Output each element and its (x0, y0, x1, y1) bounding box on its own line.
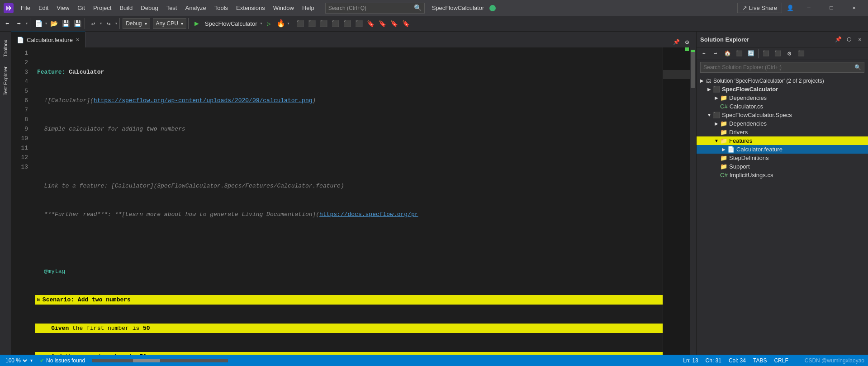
deps1-arrow[interactable]: ▶ (713, 95, 720, 100)
run-button[interactable]: ▶ (191, 18, 202, 29)
se-properties-button[interactable]: ⬛ (796, 48, 806, 59)
se-forward-button[interactable]: ➡ (710, 48, 721, 59)
menu-edit[interactable]: Edit (35, 3, 52, 13)
menu-view[interactable]: View (53, 3, 73, 13)
tab-close-button[interactable]: ✕ (76, 37, 80, 43)
new-dropdown[interactable]: ▾ (45, 21, 47, 26)
toolbox-tab[interactable]: Toolbox (2, 36, 9, 61)
feature-file-arrow[interactable]: ▶ (720, 147, 727, 152)
features-arrow[interactable]: ▼ (713, 138, 720, 143)
breakpoint-button[interactable]: ⬛ (295, 18, 306, 29)
project1-calculator-cs[interactable]: ▶ C# Calculator.cs (697, 102, 868, 111)
tb15[interactable]: 🔖 (401, 18, 412, 29)
tb9[interactable]: ⬛ (330, 18, 341, 29)
menu-extensions[interactable]: Extensions (232, 3, 269, 13)
close-button[interactable]: ✕ (844, 0, 864, 16)
no-issues-item[interactable]: ✔ No issues found (40, 357, 85, 364)
redo-dropdown[interactable]: ▾ (115, 21, 118, 26)
menu-help[interactable]: Help (299, 3, 318, 13)
project1-deps[interactable]: ▶ 📁 Dependencies (697, 94, 868, 102)
menu-test[interactable]: Test (163, 3, 181, 13)
se-back-button[interactable]: ⬅ (698, 48, 709, 59)
hot-reload-dropdown[interactable]: ▾ (287, 21, 290, 26)
config-dropdown[interactable]: Debug ▾ (123, 18, 150, 29)
project2-deps[interactable]: ▶ 📁 Dependencies (697, 119, 868, 128)
undo-dropdown[interactable]: ▾ (100, 21, 102, 26)
title-search-box[interactable]: Search (Ctrl+Q) 🔍 (325, 3, 425, 14)
tb10[interactable]: ⬛ (342, 18, 353, 29)
se-close-button[interactable]: ✕ (855, 35, 864, 44)
zoom-item[interactable]: 100 % ▾ (4, 357, 33, 364)
menu-debug[interactable]: Debug (137, 3, 161, 13)
tab-settings-icon[interactable]: ⚙ (682, 37, 693, 47)
solution-node[interactable]: ▶ 🗂 Solution 'SpecFlowCalculator' (2 of … (697, 76, 868, 85)
run-without-debug-button[interactable]: ▷ (264, 18, 275, 29)
save-button[interactable]: 💾 (60, 18, 71, 29)
se-view-button[interactable]: ⬛ (772, 48, 783, 59)
open-button[interactable]: 📂 (48, 18, 59, 29)
test-explorer-tab[interactable]: Test Explorer (2, 63, 9, 99)
tb8[interactable]: ⬛ (318, 18, 329, 29)
tb13[interactable]: 🔖 (377, 18, 388, 29)
se-pin-button[interactable]: 📌 (834, 35, 843, 44)
tb14[interactable]: 🔖 (389, 18, 400, 29)
project2-stepdefs[interactable]: ▶ 📁 StepDefinitions (697, 154, 868, 162)
new-file-button[interactable]: 📄 (33, 18, 44, 29)
scroll-indicator-bar[interactable] (92, 359, 228, 362)
attribution-label: CSDN @wumingxiaoyao (805, 357, 864, 364)
restore-button[interactable]: □ (821, 0, 842, 16)
vs-logo (4, 3, 14, 13)
tb7[interactable]: ⬛ (307, 18, 318, 29)
forward-button[interactable]: ➡ (14, 18, 24, 29)
tab-pin-icon[interactable]: 📌 (671, 37, 682, 47)
project2-drivers[interactable]: ▶ 📁 Drivers (697, 128, 868, 136)
solution-expand-arrow[interactable]: ▶ (698, 78, 706, 83)
solution-explorer: Solution Explorer 📌 ⬡ ✕ ⬅ ➡ 🏠 ⬛ 🔄 ⬛ ⬛ ⚙ … (696, 32, 868, 355)
status-bar: 100 % ▾ ✔ No issues found Ln: 13 Ch: 31 … (0, 355, 868, 366)
menu-tools[interactable]: Tools (211, 3, 232, 13)
zoom-dropdown-arrow[interactable]: ▾ (30, 358, 33, 363)
back-button[interactable]: ⬅ (2, 18, 13, 29)
scroll-thumb[interactable] (691, 52, 695, 88)
bookmark-button[interactable]: 🔖 (365, 18, 376, 29)
undo-button[interactable]: ↩ (88, 18, 99, 29)
menu-window[interactable]: Window (270, 3, 298, 13)
calculator-feature-node[interactable]: ▶ 📄 Calculator.feature (697, 145, 868, 154)
project2-label: SpecFlowCalculator.Specs (722, 112, 792, 118)
se-filter-button[interactable]: ⬛ (734, 48, 745, 59)
save-all-button[interactable]: 💾 (72, 18, 83, 29)
se-search-input[interactable] (703, 64, 854, 70)
redo-button[interactable]: ↪ (103, 18, 114, 29)
project2-implicit[interactable]: ▶ C# ImplicitUsings.cs (697, 171, 868, 179)
project1-arrow[interactable]: ▶ (706, 87, 713, 92)
hot-reload-button[interactable]: 🔥 (275, 18, 286, 29)
live-share-button[interactable]: ↗ Live Share (737, 3, 782, 13)
project2-arrow[interactable]: ▼ (706, 113, 713, 117)
calculator-feature-tab[interactable]: 📄 Calculator.feature ✕ (11, 32, 85, 47)
platform-dropdown[interactable]: Any CPU ▾ (153, 18, 186, 29)
project2-support[interactable]: ▶ 📁 Support (697, 162, 868, 171)
tb11[interactable]: ⬛ (354, 18, 365, 29)
project2-features[interactable]: ▼ 📁 Features (697, 136, 868, 145)
menu-build[interactable]: Build (116, 3, 136, 13)
user-icon[interactable]: 👤 (784, 5, 797, 12)
deps2-arrow[interactable]: ▶ (713, 121, 720, 126)
project1-node[interactable]: ▶ ⬛ SpecFlowCalculator (697, 85, 868, 94)
minimize-button[interactable]: ─ (798, 0, 819, 16)
se-settings-button[interactable]: ⚙ (784, 48, 795, 59)
menu-git[interactable]: Git (74, 3, 89, 13)
vertical-scrollbar[interactable] (690, 47, 696, 355)
se-refresh-button[interactable]: 🔄 (745, 48, 756, 59)
menu-project[interactable]: Project (90, 3, 115, 13)
code-editor[interactable]: Feature: Calculator ![Calculator](https:… (32, 47, 663, 355)
se-search-box[interactable]: 🔍 (700, 62, 864, 73)
se-dock-button[interactable]: ⬡ (844, 35, 854, 44)
menu-file[interactable]: File (17, 3, 34, 13)
back-arrow[interactable]: ▾ (25, 21, 28, 26)
project2-node[interactable]: ▼ ⬛ SpecFlowCalculator.Specs (697, 111, 868, 119)
menu-analyze[interactable]: Analyze (181, 3, 209, 13)
run-dropdown[interactable]: ▾ (260, 21, 262, 26)
se-home-button[interactable]: 🏠 (722, 48, 733, 59)
zoom-select[interactable]: 100 % (4, 357, 28, 364)
se-collapse-button[interactable]: ⬛ (760, 48, 771, 59)
